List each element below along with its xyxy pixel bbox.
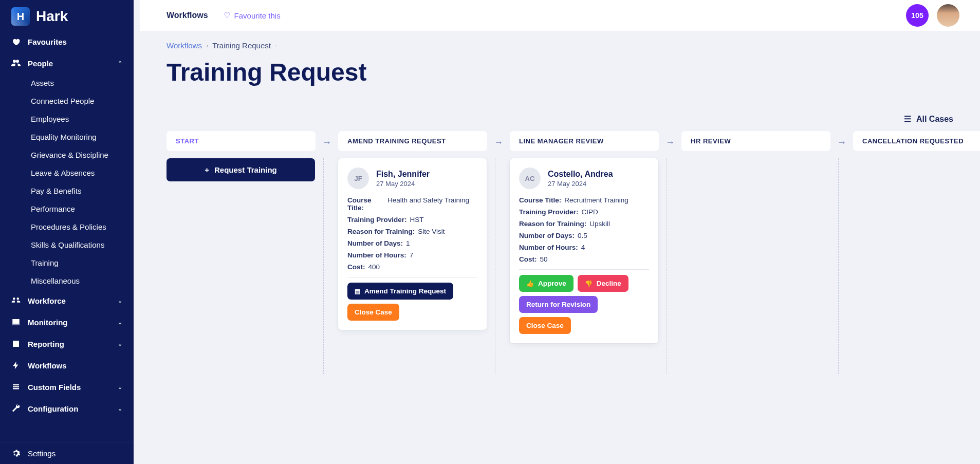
breadcrumb-current: Training Request (212, 41, 271, 50)
days-label: Number of Days: (519, 232, 575, 239)
close-case-button[interactable]: Close Case (519, 317, 571, 334)
nav-people-label: People (28, 59, 53, 68)
subnav-grievance-discipline[interactable]: Grievance & Discipline (31, 146, 134, 164)
topbar-title: Workflows (167, 11, 208, 20)
subnav-pay-benefits[interactable]: Pay & Benefits (31, 182, 134, 200)
column-header-start: START (167, 131, 316, 151)
request-training-button[interactable]: + Request Training (167, 158, 315, 181)
course-title-label: Course Title: (347, 196, 384, 212)
subnav-leave-absences[interactable]: Leave & Absences (31, 164, 134, 182)
nav-settings-label: Settings (28, 449, 56, 458)
nav-workflows[interactable]: Workflows (0, 355, 134, 376)
cost-label: Cost: (519, 255, 537, 263)
bolt-icon (11, 361, 21, 370)
cost-label: Cost: (347, 263, 365, 271)
nav-settings[interactable]: Settings (0, 442, 134, 464)
subnav-connected-people[interactable]: Connected People (31, 92, 134, 110)
thumbs-up-icon: 👍 (526, 280, 534, 287)
monitor-icon (11, 318, 21, 327)
card-avatar: AC (519, 168, 541, 189)
column-header-hr: HR REVIEW (681, 131, 830, 151)
subnav-performance[interactable]: Performance (31, 200, 134, 218)
card-name: Fish, Jennifer (376, 170, 430, 179)
logo-mark: H (11, 7, 30, 26)
divider (519, 269, 649, 270)
wrench-icon (11, 404, 21, 413)
subnav-assets[interactable]: Assets (31, 74, 134, 92)
plus-icon: + (205, 165, 209, 174)
provider-label: Training Provider: (519, 208, 579, 216)
column-amend: AMEND TRAINING REQUEST JF Fish, Jennifer… (338, 131, 487, 374)
nav-favourites-label: Favourites (28, 38, 67, 46)
subnav-skills-qualifications[interactable]: Skills & Qualifications (31, 236, 134, 254)
provider-label: Training Provider: (347, 216, 407, 224)
nav-configuration[interactable]: Configuration ⌄ (0, 398, 134, 419)
breadcrumb-root[interactable]: Workflows (167, 41, 202, 50)
cost-value: 400 (368, 263, 380, 271)
subnav-miscellaneous[interactable]: Miscellaneous (31, 272, 134, 290)
subnav-equality-monitoring[interactable]: Equality Monitoring (31, 128, 134, 146)
group-icon (11, 296, 21, 305)
approve-button[interactable]: 👍Approve (519, 275, 574, 292)
cost-value: 50 (540, 255, 548, 263)
column-header-amend: AMEND TRAINING REQUEST (338, 131, 487, 151)
days-label: Number of Days: (347, 239, 403, 247)
topbar: Workflows ♡ Favourite this 105 (140, 0, 980, 31)
hours-value: 7 (410, 251, 414, 259)
nav-monitoring[interactable]: Monitoring ⌄ (0, 311, 134, 333)
chart-icon (11, 339, 21, 348)
hours-label: Number of Hours: (519, 244, 578, 251)
favourite-this-link[interactable]: ♡ Favourite this (224, 11, 281, 20)
decline-button[interactable]: 👎Decline (578, 275, 628, 292)
nav-workforce-label: Workforce (28, 296, 66, 305)
chevron-right-icon: › (206, 42, 208, 49)
logo-text: Hark (36, 8, 68, 25)
breadcrumb: Workflows › Training Request › (167, 41, 953, 50)
sidebar: H Hark Favourites People ⌃ Assets Connec… (0, 0, 134, 464)
provider-value: HST (410, 216, 424, 224)
hours-value: 4 (581, 244, 585, 251)
days-value: 1 (406, 239, 410, 247)
chevron-down-icon: ⌄ (118, 341, 122, 347)
return-for-revision-button[interactable]: Return for Revision (519, 296, 598, 313)
column-line-manager-review: LINE MANAGER REVIEW AC Costello, Andrea … (510, 131, 659, 374)
nav-monitoring-label: Monitoring (28, 318, 67, 327)
gear-icon (11, 449, 21, 458)
column-cancellation-requested: CANCELLATION REQUESTED (853, 131, 980, 374)
card-date: 27 May 2024 (548, 180, 613, 188)
close-case-label: Close Case (526, 322, 564, 329)
nav-workforce[interactable]: Workforce ⌄ (0, 290, 134, 311)
case-card[interactable]: AC Costello, Andrea 27 May 2024 Course T… (510, 158, 658, 343)
all-cases-link[interactable]: ☰ All Cases (904, 114, 953, 124)
course-title-value: Recruitment Training (564, 196, 628, 204)
app-logo[interactable]: H Hark (0, 0, 134, 31)
heart-outline-icon: ♡ (224, 11, 230, 20)
notification-badge[interactable]: 105 (906, 4, 929, 27)
chevron-down-icon: ⌄ (118, 384, 122, 391)
people-subnav: Assets Connected People Employees Equali… (0, 74, 134, 290)
column-start: START + Request Training (167, 131, 316, 374)
column-header-cancel: CANCELLATION REQUESTED (853, 131, 980, 151)
subnav-training[interactable]: Training (31, 254, 134, 272)
reason-value: Site Visit (418, 228, 445, 235)
nav-reporting-label: Reporting (28, 340, 64, 348)
nav-people[interactable]: People ⌃ (0, 52, 134, 74)
approve-label: Approve (538, 280, 566, 287)
nav-favourites[interactable]: Favourites (0, 31, 134, 52)
course-title-label: Course Title: (519, 196, 561, 204)
close-case-button[interactable]: Close Case (347, 304, 399, 321)
chevron-down-icon: ⌄ (118, 405, 122, 412)
people-icon (11, 59, 21, 68)
nav-configuration-label: Configuration (28, 404, 78, 413)
nav-custom-fields[interactable]: Custom Fields ⌄ (0, 376, 134, 398)
amend-btn-label: Amend Training Request (364, 287, 446, 295)
case-card[interactable]: JF Fish, Jennifer 27 May 2024 Course Tit… (338, 158, 487, 330)
amend-training-request-button[interactable]: ▤Amend Training Request (347, 283, 453, 300)
subnav-procedures-policies[interactable]: Procedures & Policies (31, 218, 134, 236)
subnav-employees[interactable]: Employees (31, 110, 134, 128)
nav-reporting[interactable]: Reporting ⌄ (0, 333, 134, 355)
user-avatar[interactable] (937, 4, 959, 27)
divider (347, 277, 477, 277)
card-date: 27 May 2024 (376, 180, 430, 188)
arrow-right-icon: → (321, 131, 333, 154)
